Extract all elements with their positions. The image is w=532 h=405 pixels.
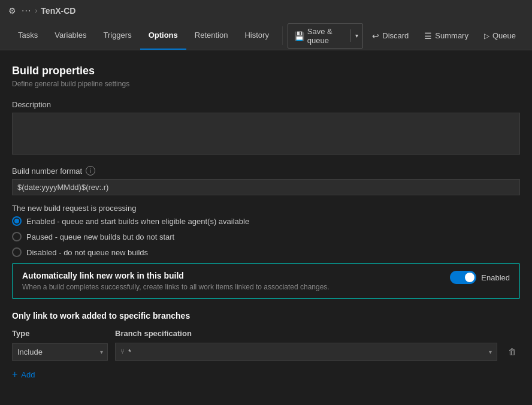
section-title: Build properties xyxy=(12,65,520,77)
add-label: Add xyxy=(21,370,35,379)
tab-retention[interactable]: Retention xyxy=(186,22,237,50)
tab-history[interactable]: History xyxy=(236,22,277,50)
git-branch-icon: ⑂ xyxy=(120,347,125,356)
branch-row: Include Exclude ▾ ⑂ * ▾ 🗑 xyxy=(12,343,520,361)
spec-column-header: Branch specification xyxy=(115,329,520,338)
summary-button[interactable]: ☰ Summary xyxy=(418,28,475,44)
build-number-info-icon[interactable]: i xyxy=(86,166,95,176)
auto-link-desc: When a build completes successfully, cre… xyxy=(22,283,440,291)
toggle-label: Enabled xyxy=(481,273,510,282)
nav-tabs-left: Tasks Variables Triggers Options Retenti… xyxy=(10,22,277,50)
radio-group: Enabled - queue and start builds when el… xyxy=(12,216,520,257)
tab-triggers[interactable]: Triggers xyxy=(95,22,140,50)
branch-spec-chevron-icon: ▾ xyxy=(489,349,492,355)
nav-actions: 💾 Save & queue ▾ ↩ Discard ☰ Summary ▷ Q… xyxy=(288,22,522,50)
only-link-title: Only link to work added to specific bran… xyxy=(12,311,520,321)
toggle-switch[interactable] xyxy=(450,271,476,284)
delete-row-button[interactable]: 🗑 xyxy=(504,344,520,359)
content-area: Build properties Define general build pi… xyxy=(0,50,532,405)
radio-enabled[interactable]: Enabled - queue and start builds when el… xyxy=(12,216,520,226)
build-properties-section: Build properties Define general build pi… xyxy=(12,65,520,257)
pipeline-title: TenX-CD xyxy=(41,6,75,16)
trash-icon: 🗑 xyxy=(508,347,516,356)
branch-filter-section: Only link to work added to specific bran… xyxy=(12,311,520,382)
radio-enabled-circle[interactable] xyxy=(12,216,22,226)
discard-label: Discard xyxy=(382,31,409,40)
summary-label: Summary xyxy=(435,31,468,40)
summary-icon: ☰ xyxy=(424,31,432,41)
auto-link-section: Automatically link new work in this buil… xyxy=(12,263,520,299)
save-queue-dropdown-arrow[interactable]: ▾ xyxy=(350,29,362,42)
save-queue-label: Save & queue xyxy=(307,27,344,45)
radio-disabled-circle[interactable] xyxy=(12,247,22,257)
branch-spec-value: * xyxy=(128,347,484,356)
description-input[interactable] xyxy=(12,113,520,155)
nav-tabs: Tasks Variables Triggers Options Retenti… xyxy=(0,22,532,50)
radio-paused-label: Paused - queue new builds but do not sta… xyxy=(26,232,174,241)
request-processing-label: The new build request is processing xyxy=(12,204,520,213)
tab-tasks[interactable]: Tasks xyxy=(10,22,46,50)
auto-link-text: Automatically link new work in this buil… xyxy=(22,271,440,291)
queue-button[interactable]: ▷ Queue xyxy=(477,28,522,44)
section-subtitle: Define general build pipeline settings xyxy=(12,80,520,88)
type-column-header: Type xyxy=(12,329,108,338)
discard-icon: ↩ xyxy=(372,31,379,41)
branch-spec-input[interactable]: ⑂ * ▾ xyxy=(115,343,497,361)
tab-variables[interactable]: Variables xyxy=(46,22,95,50)
app-icon: ⚙ xyxy=(6,5,18,17)
build-number-label: Build number format i xyxy=(12,166,520,176)
auto-link-title: Automatically link new work in this buil… xyxy=(22,271,440,280)
add-icon: + xyxy=(12,369,17,380)
discard-button[interactable]: ↩ Discard xyxy=(365,28,415,44)
tab-options[interactable]: Options xyxy=(140,22,186,50)
queue-icon: ▷ xyxy=(484,32,489,40)
nav-divider xyxy=(282,26,283,45)
radio-paused-circle[interactable] xyxy=(12,232,22,241)
type-select[interactable]: Include Exclude xyxy=(12,343,108,361)
save-queue-main[interactable]: 💾 Save & queue xyxy=(288,24,350,48)
radio-disabled[interactable]: Disabled - do not queue new builds xyxy=(12,247,520,257)
breadcrumb-chevron: › xyxy=(35,7,37,15)
more-options-icon[interactable]: ··· xyxy=(22,5,31,16)
radio-disabled-label: Disabled - do not queue new builds xyxy=(26,248,148,257)
auto-link-toggle[interactable]: Enabled xyxy=(450,271,510,284)
description-label: Description xyxy=(12,100,520,109)
queue-label: Queue xyxy=(492,31,516,40)
save-icon: 💾 xyxy=(294,31,304,41)
branch-spec-wrapper: ⑂ * ▾ xyxy=(115,343,497,361)
add-branch-button[interactable]: + Add xyxy=(12,367,35,382)
type-select-wrapper: Include Exclude ▾ xyxy=(12,343,108,361)
top-bar: ⚙ ··· › TenX-CD xyxy=(0,0,532,22)
branch-headers: Type Branch specification xyxy=(12,329,520,338)
radio-paused[interactable]: Paused - queue new builds but do not sta… xyxy=(12,232,520,241)
save-queue-button[interactable]: 💾 Save & queue ▾ xyxy=(288,23,363,49)
build-number-input[interactable] xyxy=(12,179,520,195)
radio-enabled-label: Enabled - queue and start builds when el… xyxy=(26,217,249,226)
